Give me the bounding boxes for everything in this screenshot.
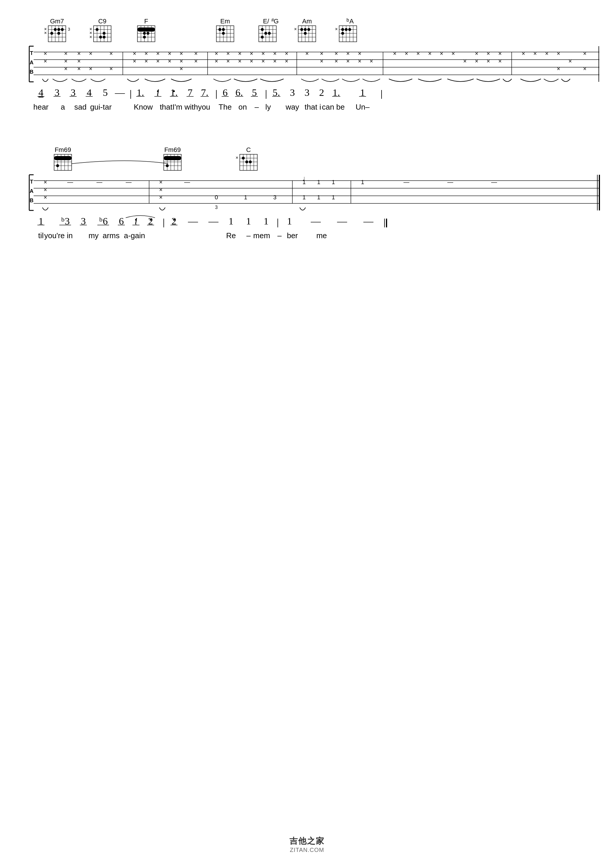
- svg-text:way: way: [285, 102, 299, 112]
- svg-text:×: ×: [159, 194, 163, 200]
- svg-text:hear: hear: [33, 102, 48, 112]
- svg-text:T: T: [30, 50, 33, 56]
- svg-point-42: [143, 32, 146, 35]
- svg-text:—: —: [208, 216, 219, 226]
- svg-text:×: ×: [487, 50, 490, 57]
- svg-text:×: ×: [557, 50, 560, 57]
- svg-text:0: 0: [215, 194, 218, 200]
- svg-point-9: [54, 28, 57, 31]
- svg-text:til: til: [38, 231, 44, 240]
- svg-text:—: —: [96, 179, 102, 185]
- svg-rect-252: [54, 156, 72, 160]
- svg-text:×: ×: [475, 58, 478, 64]
- svg-text:1: 1: [264, 216, 269, 226]
- svg-point-99: [341, 32, 344, 35]
- svg-text:×: ×: [583, 50, 586, 57]
- svg-text:×: ×: [156, 50, 160, 57]
- svg-text:×: ×: [250, 58, 253, 64]
- svg-rect-263: [164, 156, 181, 160]
- svg-point-338: [173, 219, 175, 221]
- svg-text:A: A: [30, 60, 34, 65]
- svg-text:on: on: [239, 102, 247, 112]
- svg-point-274: [242, 157, 245, 160]
- svg-text:×: ×: [440, 50, 443, 57]
- svg-text:×: ×: [89, 65, 92, 72]
- svg-text:×: ×: [64, 65, 68, 72]
- svg-text:gui-tar: gui-tar: [90, 102, 112, 112]
- svg-rect-73: [298, 26, 316, 42]
- svg-text:—: —: [491, 179, 497, 185]
- svg-text:×: ×: [250, 50, 253, 57]
- svg-text:♩: ♩: [303, 176, 305, 182]
- svg-text:—: —: [67, 179, 73, 185]
- svg-text:×: ×: [77, 58, 81, 64]
- svg-text:×: ×: [498, 58, 502, 64]
- svg-text:×: ×: [44, 50, 47, 57]
- svg-text:—: —: [126, 179, 132, 185]
- svg-text:my: my: [89, 231, 99, 240]
- svg-text:×: ×: [487, 58, 490, 64]
- svg-text:×: ×: [533, 50, 537, 57]
- svg-rect-17: [93, 26, 111, 42]
- svg-point-54: [218, 28, 221, 31]
- svg-text:×: ×: [180, 65, 183, 72]
- svg-text:×: ×: [568, 58, 572, 64]
- chord-name-gm7: Gm7: [50, 17, 64, 25]
- svg-point-26: [99, 36, 102, 39]
- svg-text:×: ×: [77, 50, 81, 57]
- svg-text:3: 3: [68, 27, 70, 31]
- svg-point-97: [345, 28, 348, 31]
- svg-text:—: —: [337, 216, 347, 226]
- svg-text:withyou: withyou: [184, 102, 210, 112]
- svg-text:×: ×: [238, 50, 241, 57]
- svg-text:×: ×: [285, 58, 288, 64]
- svg-text:×: ×: [156, 58, 160, 64]
- svg-rect-266: [240, 154, 257, 170]
- svg-rect-60: [259, 26, 276, 42]
- svg-point-43: [146, 32, 149, 35]
- svg-text:Am: Am: [302, 17, 312, 25]
- svg-text:can be: can be: [322, 102, 345, 112]
- svg-text:×: ×: [89, 34, 92, 39]
- svg-text:×: ×: [226, 58, 230, 64]
- svg-text:C9: C9: [98, 17, 106, 25]
- svg-text:×: ×: [346, 58, 350, 64]
- svg-text:you're in: you're in: [44, 231, 73, 240]
- svg-text:×: ×: [273, 50, 277, 57]
- svg-point-82: [304, 28, 307, 31]
- svg-text:×: ×: [44, 58, 47, 64]
- svg-text:×: ×: [194, 58, 197, 64]
- svg-point-331: [135, 219, 137, 221]
- svg-text:–: –: [247, 231, 251, 240]
- page: Gm7 × × 3 C9 ×: [0, 0, 614, 868]
- svg-text:1: 1: [331, 194, 335, 200]
- svg-text:—: —: [184, 179, 190, 185]
- svg-text:×: ×: [215, 58, 218, 64]
- svg-text:1: 1: [361, 179, 364, 185]
- svg-point-28: [103, 36, 106, 39]
- svg-text:×: ×: [273, 58, 277, 64]
- svg-text:Re: Re: [226, 231, 236, 240]
- svg-text:×: ×: [64, 58, 68, 64]
- svg-text:B: B: [30, 69, 34, 75]
- watermark-line1: 吉他之家: [289, 835, 325, 847]
- svg-text:×: ×: [334, 50, 338, 57]
- svg-point-275: [245, 160, 248, 163]
- svg-text:—: —: [311, 216, 321, 226]
- svg-point-56: [222, 32, 225, 35]
- svg-point-69: [264, 32, 267, 35]
- svg-text:—: —: [115, 87, 125, 98]
- svg-point-204: [173, 90, 175, 92]
- svg-text:The: The: [219, 102, 232, 112]
- svg-text:×: ×: [89, 50, 92, 57]
- svg-point-8: [50, 32, 53, 35]
- svg-text:–: –: [255, 102, 259, 112]
- svg-text:—: —: [188, 216, 198, 226]
- svg-text:×: ×: [109, 50, 113, 57]
- svg-text:b: b: [347, 17, 349, 23]
- svg-text:Fm69: Fm69: [164, 146, 181, 153]
- svg-text:A: A: [30, 188, 34, 194]
- svg-text:b: b: [99, 216, 103, 223]
- svg-point-10: [57, 28, 60, 31]
- svg-point-71: [261, 36, 264, 39]
